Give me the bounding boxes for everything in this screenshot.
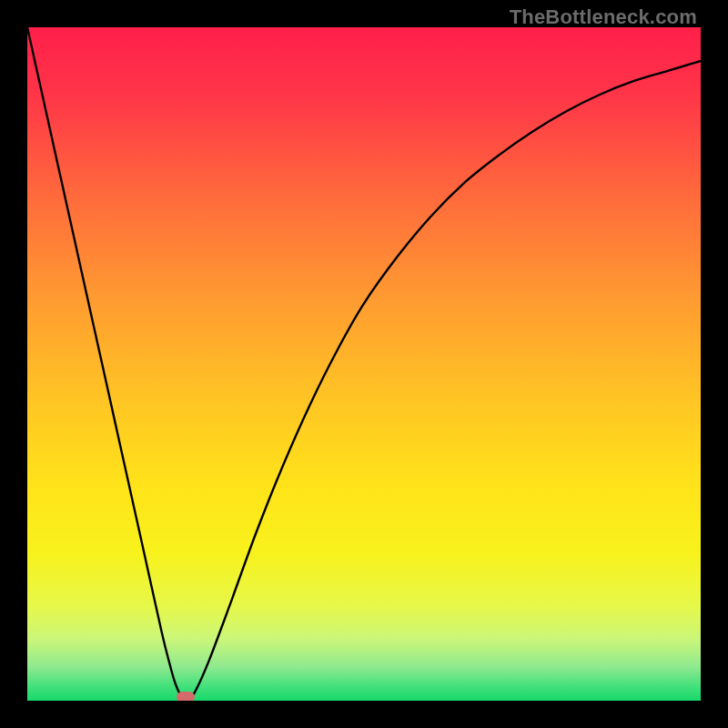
chart-frame: TheBottleneck.com: [0, 0, 728, 728]
plot-area: [27, 27, 701, 701]
optimal-marker: [177, 692, 195, 701]
watermark-text: TheBottleneck.com: [510, 5, 697, 29]
bottleneck-curve: [27, 27, 701, 701]
